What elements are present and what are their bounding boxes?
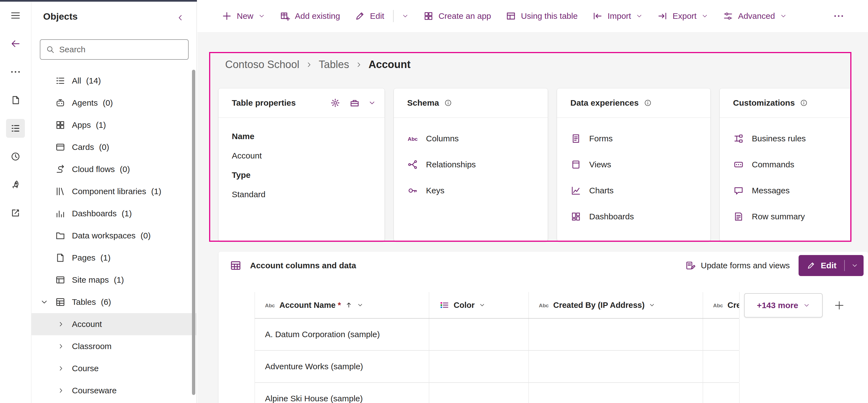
breadcrumb-contoso-school[interactable]: Contoso School: [225, 59, 299, 70]
command-import[interactable]: Import: [585, 5, 650, 27]
sidebar-item-cloud-flows[interactable]: Cloud flows(0): [32, 158, 196, 180]
settings-gear-icon[interactable]: [330, 97, 341, 108]
command-export[interactable]: Export: [650, 5, 715, 27]
cell-empty[interactable]: [429, 383, 529, 403]
item-count: (6): [101, 297, 111, 307]
item-count: (1): [114, 275, 124, 284]
column-header-account-name[interactable]: AbcAccount Name*: [255, 292, 429, 318]
sidebar-item-pages[interactable]: Pages(1): [32, 247, 196, 269]
cell-empty[interactable]: [529, 383, 703, 403]
card-item-label: Row summary: [752, 212, 805, 221]
column-header-created-by-ip-address[interactable]: AbcCreated By (IP Address): [529, 292, 703, 318]
command-using-this-table[interactable]: Using this table: [498, 5, 585, 27]
cell-empty[interactable]: [429, 351, 529, 382]
chevron-right-icon: [58, 343, 64, 350]
sidebar-item-data-workspaces[interactable]: Data workspaces(0): [32, 225, 196, 247]
rail-launch-button[interactable]: [6, 175, 25, 194]
sidebar-item-courseware[interactable]: Courseware: [32, 379, 196, 402]
cell-empty[interactable]: [703, 383, 740, 403]
cell-empty[interactable]: [529, 351, 703, 382]
cell-account-name[interactable]: Adventure Works (sample): [255, 351, 429, 382]
search-box[interactable]: [40, 39, 189, 60]
column-label: Color: [454, 301, 475, 310]
card-item-row-summary[interactable]: Row summary: [720, 204, 851, 229]
cell-account-name[interactable]: A. Datum Corporation (sample): [255, 319, 429, 350]
card-title: Data experiences: [570, 98, 639, 107]
sidebar-item-course[interactable]: Course: [32, 358, 196, 379]
sidebar-item-cards[interactable]: Cards(0): [32, 136, 196, 158]
command-new[interactable]: New: [214, 5, 272, 27]
card-item-dashboards[interactable]: Dashboards: [557, 204, 710, 229]
chevron-down-icon[interactable]: [851, 262, 858, 269]
info-icon[interactable]: [644, 99, 652, 107]
update-forms-views-button[interactable]: Update forms and views: [685, 260, 790, 271]
sidebar-item-classroom[interactable]: Classroom: [32, 335, 196, 358]
data-panel-actions: Update forms and views Edit: [685, 255, 864, 276]
info-icon[interactable]: [800, 99, 808, 107]
more-columns-button[interactable]: +143 more: [744, 293, 823, 317]
card-customizations: CustomizationsBusiness rulesCommandsMess…: [720, 89, 851, 241]
rail-back-button[interactable]: [6, 34, 25, 53]
card-item-business-rules[interactable]: Business rules: [720, 126, 851, 152]
rail-history-button[interactable]: [6, 147, 25, 166]
card-item-relationships[interactable]: Relationships: [394, 152, 548, 178]
svg-text:Abc: Abc: [713, 303, 723, 308]
command-create-an-app[interactable]: Create an app: [416, 5, 498, 27]
views-icon: [570, 159, 582, 170]
rail-menu-button[interactable]: [6, 6, 25, 25]
card-item-commands[interactable]: Commands: [720, 152, 851, 178]
charts-icon: [570, 185, 582, 196]
sidebar-item-agents[interactable]: Agents(0): [32, 92, 196, 114]
sidebar-item-account[interactable]: Account: [32, 313, 196, 335]
edit-data-button[interactable]: Edit: [799, 255, 864, 276]
abc-icon: Abc: [538, 300, 549, 311]
search-input[interactable]: [59, 45, 183, 54]
sidebar-item-component-libraries[interactable]: Component libraries(1): [32, 180, 196, 203]
chevron-down-icon[interactable]: [368, 99, 376, 106]
card-item-charts[interactable]: Charts: [557, 178, 710, 204]
column-header-crea[interactable]: AbcCrea: [703, 292, 740, 318]
card-item-forms[interactable]: Forms: [557, 126, 710, 152]
sidebar-item-apps[interactable]: Apps(1): [32, 114, 196, 136]
card-item-label: Charts: [589, 186, 614, 195]
command-advanced[interactable]: Advanced: [715, 5, 794, 27]
chevron-left-icon: [176, 13, 185, 22]
rail-publish-button[interactable]: [6, 204, 25, 222]
cell-empty[interactable]: [429, 319, 529, 350]
toolbox-icon[interactable]: [349, 97, 360, 108]
card-item-messages[interactable]: Messages: [720, 178, 851, 204]
add-column-button[interactable]: [833, 299, 845, 311]
sidebar-item-dashboards[interactable]: Dashboards(1): [32, 203, 196, 225]
column-header-color[interactable]: Color: [429, 292, 529, 318]
info-icon[interactable]: [444, 99, 452, 107]
rail-objects-button[interactable]: [6, 119, 25, 138]
sidebar-item-tables[interactable]: Tables(6): [32, 291, 196, 313]
item-count: (0): [141, 231, 151, 240]
card-item-label: Columns: [426, 134, 459, 143]
chevron-down-icon[interactable]: [40, 298, 48, 306]
card-item-columns[interactable]: AbcColumns: [394, 126, 548, 152]
breadcrumb-tables[interactable]: Tables: [319, 59, 349, 70]
sidebar-item-label: Account: [72, 313, 102, 335]
card-item-keys[interactable]: Keys: [394, 178, 548, 204]
command-edit[interactable]: Edit: [347, 5, 416, 27]
rail-solutions-button[interactable]: [6, 91, 25, 110]
sidebar-item-all[interactable]: All(14): [32, 70, 196, 92]
table-row-a-datum-corporation-sample[interactable]: A. Datum Corporation (sample): [255, 319, 739, 351]
card-item-views[interactable]: Views: [557, 152, 710, 178]
sidebar-item-label: Cards(0): [72, 136, 109, 158]
cell-account-name[interactable]: Alpine Ski House (sample): [255, 383, 429, 403]
app-rail: [0, 2, 32, 403]
column-label: Account Name: [279, 301, 336, 310]
cell-empty[interactable]: [703, 351, 740, 382]
table-row-alpine-ski-house-sample[interactable]: Alpine Ski House (sample): [255, 383, 739, 403]
cell-empty[interactable]: [529, 319, 703, 350]
sidebar-scrollbar-thumb[interactable]: [192, 70, 195, 395]
collapse-sidebar-button[interactable]: [173, 10, 188, 25]
sidebar-item-site-maps[interactable]: Site maps(1): [32, 269, 196, 291]
cell-empty[interactable]: [703, 319, 740, 350]
table-row-adventure-works-sample[interactable]: Adventure Works (sample): [255, 351, 739, 383]
command-add-existing[interactable]: Add existing: [272, 5, 347, 27]
rail-more-button[interactable]: [6, 63, 25, 81]
command-overflow-button[interactable]: [826, 5, 851, 27]
